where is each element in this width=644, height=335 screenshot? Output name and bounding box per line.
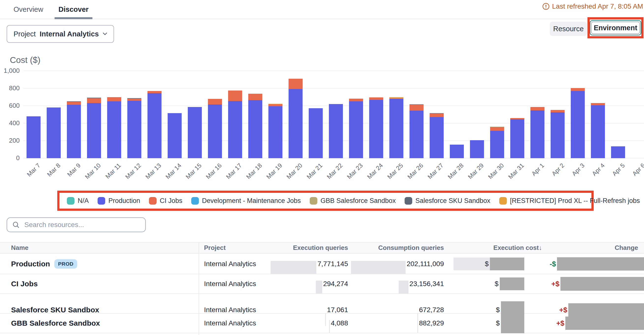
group-by-environment-button[interactable]: Environment [591,22,640,34]
bar-segment-production[interactable] [550,112,564,158]
x-axis-tick-label: Mar 7 [25,162,42,178]
redacted-cost-value [490,257,524,270]
tabs: OverviewDiscover [14,0,88,19]
bar-segment-ci-jobs[interactable] [571,88,585,91]
bar-segment-ci-jobs[interactable] [389,98,403,99]
bar-segment-production[interactable] [389,99,403,158]
x-axis-tick-label: Apr 4 [590,162,606,177]
search-input[interactable] [24,221,140,229]
legend-item[interactable]: N/A [67,197,89,205]
column-header-name[interactable]: Name [0,242,198,253]
bar-segment-salesforce-sku-sandbox[interactable] [87,98,101,98]
bar-segment-production[interactable] [208,105,222,158]
bar-segment-production[interactable] [127,101,141,158]
bar-segment-production[interactable] [611,146,625,158]
bar-segment-production[interactable] [188,107,202,158]
bar-segment-ci-jobs[interactable] [127,99,141,101]
cell-consumption-queries: 202,111,009 [352,254,448,274]
table-row[interactable]: Salesforce SKU SandboxInternal Analytics… [0,294,644,313]
bar-segment-production[interactable] [228,101,242,158]
legend-swatch-icon [149,197,156,205]
bar-segment-ci-jobs[interactable] [510,118,524,119]
bar-segment-production[interactable] [107,101,121,158]
bar-segment-production[interactable] [148,93,162,158]
table-row[interactable]: ProductionPRODInternal Analytics7,771,14… [0,254,644,274]
bar-segment-production[interactable] [47,108,61,158]
bar-segment-ci-jobs[interactable] [550,110,564,112]
bar-segment-production[interactable] [248,100,262,158]
bar-segment--restricted-prod-xl-full-refresh-jobs[interactable] [268,104,282,104]
legend-item[interactable]: GBB Salesforce Sandbox [310,197,396,205]
legend-item[interactable]: [RESTRICTED] Prod XL -- Full-Refresh job… [499,197,640,205]
legend-item[interactable]: Salesforce SKU Sandbox [404,197,490,205]
bar-segment-production[interactable] [168,113,182,158]
column-divider [198,242,199,335]
bar-segment-ci-jobs[interactable] [410,105,424,111]
bar-segment-ci-jobs[interactable] [248,94,262,100]
table-row[interactable]: CI JobsInternal Analytics294,27423,156,3… [0,274,644,294]
bar-segment-ci-jobs[interactable] [148,91,162,93]
environment-selection-ring: Environment [590,20,641,36]
cell-name: ProductionPROD [0,254,198,274]
bar-segment-ci-jobs[interactable] [107,97,121,102]
bar-segment-production[interactable] [571,91,585,158]
bar-segment-production[interactable] [288,89,302,158]
legend-swatch-icon [310,197,317,205]
bar-segment-production[interactable] [309,108,323,158]
bar-segment-production[interactable] [329,104,343,158]
bar-segment-production[interactable] [450,145,464,158]
bar-segment-ci-jobs[interactable] [67,102,81,105]
bar-segment-salesforce-sku-sandbox[interactable] [410,104,424,105]
bar-segment-production[interactable] [470,140,484,158]
bar-segment-ci-jobs[interactable] [369,97,383,100]
bar-segment-ci-jobs[interactable] [87,98,101,103]
tab-discover[interactable]: Discover [58,0,89,19]
column-header-consumption-queries[interactable]: Consumption queries [352,242,448,253]
x-axis-tick-label: Mar 28 [446,162,465,181]
bar-segment-production[interactable] [510,119,524,158]
bar-segment-salesforce-sku-sandbox[interactable] [430,113,444,113]
bar-segment-production[interactable] [490,131,504,158]
bar-segment-production[interactable] [430,117,444,158]
column-header-change[interactable]: Change [547,242,644,253]
bar-segment-ci-jobs[interactable] [490,127,504,131]
bar-segment-ci-jobs[interactable] [288,79,302,89]
table-row[interactable]: GBB Salesforce SandboxInternal Analytics… [0,313,644,333]
bar-segment-ci-jobs[interactable] [349,99,363,101]
resources-table: ProductionPRODInternal Analytics7,771,14… [0,254,644,333]
legend-item[interactable]: Production [98,197,140,205]
legend-item[interactable]: CI Jobs [149,197,182,205]
bar-segment-production[interactable] [26,116,40,158]
bar-segment-production[interactable] [410,111,424,158]
bar-segment-production[interactable] [268,106,282,158]
column-header-execution-cost[interactable]: Execution cost ↓ [448,242,547,253]
bar-segment-production[interactable] [369,100,383,158]
project-filter-dropdown[interactable]: Project Internal Analytics [7,25,114,43]
tab-overview[interactable]: Overview [14,0,43,19]
gridline [23,88,644,89]
group-by-resource-button[interactable]: Resource [550,22,587,36]
column-header-execution-queries[interactable]: Execution queries [272,242,352,253]
column-header-label: Consumption queries [378,244,444,252]
column-header-label: Project [204,244,226,252]
bar-segment-ci-jobs[interactable] [228,91,242,101]
bar-segment-ci-jobs[interactable] [591,103,605,105]
bar-segment-production[interactable] [349,101,363,158]
bar-segment-ci-jobs[interactable] [530,107,544,110]
bar-segment-salesforce-sku-sandbox[interactable] [67,101,81,102]
bar-segment-production[interactable] [87,103,101,158]
column-header-project[interactable]: Project [198,242,272,253]
legend-swatch-icon [499,197,507,205]
bar-segment-ci-jobs[interactable] [430,113,444,117]
bar-segment-salesforce-sku-sandbox[interactable] [127,98,141,99]
bar-segment-production[interactable] [530,110,544,158]
bar-segment-gbb-salesforce-sandbox[interactable] [490,127,504,127]
bar-segment-production[interactable] [67,105,81,158]
bar-segment-production[interactable] [591,105,605,158]
bar-segment--restricted-prod-xl-full-refresh-jobs[interactable] [389,97,403,98]
bar-segment-ci-jobs[interactable] [208,99,222,104]
project-filter-label: Project [14,30,36,38]
redacted-change-value [560,277,644,291]
legend-item[interactable]: Development - Maintenance Jobs [191,197,301,205]
bar-segment-ci-jobs[interactable] [268,104,282,106]
